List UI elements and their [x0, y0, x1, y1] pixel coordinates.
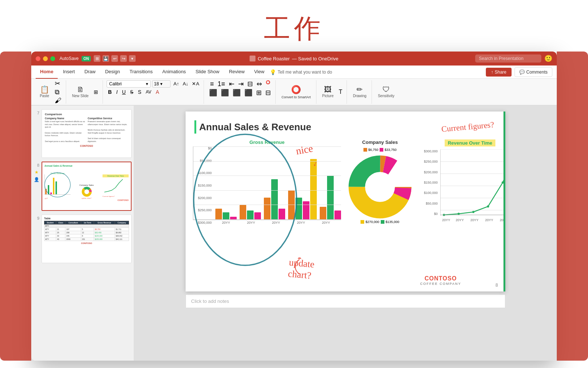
font-size-value: 18 [154, 81, 159, 86]
minimize-button[interactable] [43, 56, 48, 61]
font-size-adjusters: A↑ A↓ ✕A [172, 81, 201, 86]
svg-text:20YY: 20YY [456, 218, 464, 222]
tab-slideshow[interactable]: Slide Show [191, 66, 224, 79]
toolbar-icons: ⊞ 💾 ↩ ↪ ▾ [94, 55, 136, 62]
maximize-button[interactable] [50, 56, 55, 61]
align-right-button[interactable]: ⬛ [231, 89, 242, 96]
char-space-button[interactable]: AV [144, 89, 153, 95]
share-button[interactable]: ↑ Share [486, 68, 512, 77]
autosave-toggle[interactable]: ON [82, 56, 91, 61]
convert-smartart-btn-large[interactable]: ⭕ Convert to SmartArt [279, 84, 313, 100]
drawing-group: ⭕ Convert to SmartArt [276, 80, 316, 104]
tab-review[interactable]: Review [225, 66, 249, 79]
slide-item-9[interactable]: 9 Table Student Class Consultant 1st T [33, 214, 132, 264]
mini-donut-chart [81, 186, 92, 197]
drawing-button[interactable]: ✏ Drawing [351, 84, 369, 99]
dropdown-arrow: ▾ [146, 81, 148, 86]
donut-chart-container: Company Sales $6,750 $33,750 [347, 139, 413, 277]
undo-icon[interactable]: ↩ [111, 55, 118, 62]
bar-2-pink [254, 212, 261, 220]
align-left-button[interactable]: ⬛ [208, 89, 219, 96]
font-size-dropdown[interactable]: 18 ▾ [152, 80, 171, 88]
align-center-button[interactable]: ⬛ [219, 89, 230, 96]
bar-3-green [271, 179, 278, 220]
legend-label-2: $33,750 [384, 148, 397, 152]
tab-animations[interactable]: Animations [158, 66, 190, 79]
bold-button[interactable]: B [107, 89, 113, 95]
slide-number-9: 9 [33, 216, 39, 220]
font-color-button[interactable]: A [154, 89, 161, 95]
share-label: Share [495, 70, 506, 75]
tab-home[interactable]: Home [36, 66, 58, 79]
bar-chart-area [193, 146, 341, 220]
legend-label-3: $270,000 [365, 220, 379, 224]
y-label-0: $300,000 [193, 221, 212, 224]
picture-icon: 🖼 [324, 86, 331, 93]
paragraph-group: ≡ 1≡ ⇤ ⇥ ⊟ ⇔ ⭕ ⬛ ⬛ ⬛ ⬛ ⊞ ⊟ [205, 80, 276, 104]
strikethrough-button[interactable]: S̶ [129, 89, 135, 95]
redo-icon[interactable]: ↪ [120, 55, 127, 62]
svg-text:20YY: 20YY [470, 218, 478, 222]
tab-design[interactable]: Design [101, 66, 124, 79]
sensitivity-button[interactable]: 🛡 Sensitivity [376, 84, 397, 99]
tab-draw[interactable]: Draw [80, 66, 100, 79]
bar-group-1 [215, 209, 237, 220]
page-title: 工作 [0, 0, 588, 46]
contoso-name: CONTOSO [420, 275, 461, 282]
increase-indent-button[interactable]: ⇥ [237, 80, 245, 88]
convert-smartart-button[interactable]: ⭕ [264, 80, 272, 88]
annotation-current-figures: Current figures? [441, 120, 495, 135]
comments-button[interactable]: 💬 Comments [514, 67, 552, 77]
slide-8-content: Annual Sales & Revenue Gross Revenue [42, 162, 131, 210]
contoso-logo: CONTOSO COFFEE COMPANY [420, 275, 461, 286]
numbering-button[interactable]: 1≡ [216, 80, 227, 88]
tab-view[interactable]: View [250, 66, 269, 79]
more-icon[interactable]: ▾ [129, 55, 136, 62]
bar-5-orange [320, 207, 326, 220]
columns-button[interactable]: ⊟ [246, 80, 254, 88]
text-columns-button[interactable]: ⊟ [264, 89, 272, 96]
cut-button[interactable]: ✂ [53, 80, 63, 87]
picture-button[interactable]: 🖼 Picture [320, 84, 336, 99]
underline-button[interactable]: U [121, 89, 127, 95]
line-title-wrapper: Revenue Over Time [419, 139, 505, 148]
font-family-dropdown[interactable]: Calibri ▾ [107, 80, 151, 88]
slide-item-8[interactable]: 8 ★ 👤 Annual Sales & Revenue Gross Reven… [33, 161, 132, 212]
layout-button[interactable]: ⊞ [92, 89, 100, 95]
clear-format-button[interactable]: ✕A [190, 81, 201, 86]
tab-insert[interactable]: Insert [58, 66, 79, 79]
font-size-increase-button[interactable]: A↑ [172, 81, 180, 86]
font-size-decrease-button[interactable]: A↓ [181, 81, 190, 86]
line-y-2: $100,000 [419, 191, 438, 195]
slide-notes[interactable]: Click to add notes [186, 294, 505, 308]
slide-thumb-8: Annual Sales & Revenue Gross Revenue [42, 162, 132, 211]
slide-canvas[interactable]: Annual Sales & Revenue Gross Revenue $30… [186, 112, 505, 291]
close-button[interactable] [36, 56, 40, 61]
tell-me-box[interactable]: 💡 Tell me what you want to do [270, 69, 332, 75]
copy-button[interactable]: ⧉ [53, 88, 63, 96]
vertical-align-button[interactable]: ⊞ [255, 89, 263, 96]
justify-button[interactable]: ⬛ [243, 89, 254, 96]
text-box-button[interactable]: T [337, 89, 344, 95]
right-border [503, 112, 505, 291]
slide-item-7[interactable]: 7 Comparison Company Name Nulls a erat e… [33, 109, 132, 159]
shadow-button[interactable]: S [136, 89, 143, 95]
italic-button[interactable]: I [115, 89, 119, 95]
tab-transitions[interactable]: Transitions [125, 66, 157, 79]
bullets-button[interactable]: ≡ [209, 80, 216, 88]
bar-3-orange [264, 198, 270, 220]
paste-button[interactable]: 📋 Paste [37, 84, 52, 99]
new-slide-button[interactable]: 🗎 New Slide [70, 84, 91, 99]
text-direction-button[interactable]: ⇔ [255, 80, 263, 88]
paste-icon: 📋 [40, 86, 49, 93]
legend-color-4 [381, 220, 384, 224]
bar-1-orange [215, 209, 222, 220]
slide-user-icon: 👤 [34, 177, 39, 182]
format-painter-button[interactable]: 🖌 [53, 97, 63, 104]
svg-point-17 [458, 213, 460, 215]
save-icon[interactable]: 💾 [103, 55, 109, 62]
search-input[interactable] [475, 54, 541, 63]
slides-icon[interactable]: ⊞ [94, 55, 100, 62]
content-area: 7 Comparison Company Name Nulls a erat e… [31, 106, 557, 361]
decrease-indent-button[interactable]: ⇤ [227, 80, 236, 88]
